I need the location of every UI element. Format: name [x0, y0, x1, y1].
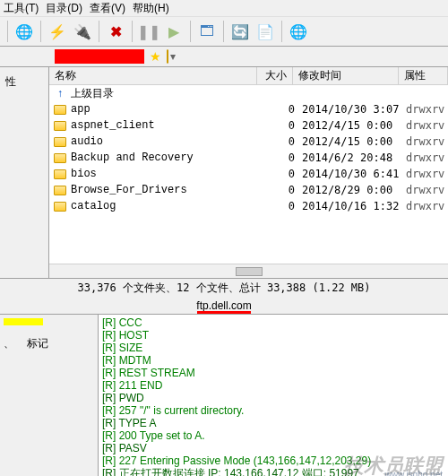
sync-button[interactable]: 🔄 [228, 20, 252, 43]
folder-icon [53, 135, 67, 148]
column-header: 名称 大小 修改时间 属性 [49, 67, 448, 85]
globe-icon: 🌐 [15, 23, 33, 40]
sync-icon: 🔄 [231, 23, 249, 40]
table-row[interactable]: catalog02014/10/16 1:32drwxrv [49, 198, 448, 214]
pause-icon: ❚❚ [137, 23, 160, 40]
refresh-button[interactable]: 🗔 [195, 20, 219, 43]
log-pane[interactable]: [R] CCC[R] HOST[R] SIZE[R] MDTM[R] REST … [99, 315, 448, 476]
file-size: 0 [259, 184, 295, 196]
left-pane: 性 [0, 67, 49, 278]
x-icon: ✖ [110, 23, 122, 40]
file-date: 2014/10/30 3:07 [295, 103, 401, 116]
favorite-icon[interactable]: ★ [150, 49, 161, 64]
log-line: [R] MDTM [102, 354, 444, 367]
file-name: audio [71, 135, 259, 148]
pause-button[interactable]: ❚❚ [137, 20, 160, 43]
file-perm: drwxrv [401, 200, 448, 212]
col-perm[interactable]: 属性 [399, 67, 448, 84]
toolbar-separator [281, 21, 282, 42]
address-highlight [55, 49, 144, 64]
toolbar: 🌐 ⚡ 🔌 ✖ ❚❚ ▶ 🗔 🔄 📄 🌐 [0, 16, 448, 47]
file-name: aspnet_client [71, 119, 259, 132]
lower-left-pane: 、 标记 [0, 315, 99, 476]
menu-help[interactable]: 帮助(H) [133, 1, 169, 16]
globe-refresh-button[interactable]: 🌐 [287, 20, 310, 43]
file-size: 0 [259, 119, 295, 132]
toolbar-separator [99, 21, 99, 42]
plug-icon: 🔌 [73, 23, 91, 40]
file-perm: drwxrv [401, 103, 448, 116]
label-comma: 、 [4, 336, 14, 351]
table-row[interactable]: app02014/10/30 3:07drwxrv [49, 101, 448, 117]
log-line: [R] 257 "/" is current directory. [102, 404, 444, 417]
log-line: [R] CCC [102, 316, 444, 329]
main-area: 性 名称 大小 修改时间 属性 ↑ 上级目录 app02014/10/30 3:… [0, 66, 448, 278]
file-list[interactable]: ↑ 上级目录 app02014/10/30 3:07drwxrvaspnet_c… [49, 85, 448, 264]
doc-button[interactable]: 📄 [254, 20, 277, 43]
file-date: 2012/8/29 0:00 [295, 184, 401, 196]
dropdown-icon[interactable]: ▾ [170, 50, 176, 63]
up-dir-label: 上级目录 [71, 86, 259, 101]
file-date: 2014/6/2 20:48 [295, 151, 401, 164]
menu-bar: 工具(T) 目录(D) 查看(V) 帮助(H) [0, 0, 448, 16]
toolbar-separator [190, 21, 191, 42]
file-size: 0 [259, 151, 295, 164]
col-size[interactable]: 大小 [257, 67, 293, 84]
toolbar-separator [7, 21, 8, 42]
window-icon: 🗔 [200, 23, 214, 39]
log-line: [R] 200 Type set to A. [102, 429, 444, 442]
col-name[interactable]: 名称 [49, 67, 257, 84]
play-button[interactable]: ▶ [162, 20, 185, 43]
file-perm: drwxrv [401, 135, 448, 148]
menu-dir[interactable]: 目录(D) [46, 1, 82, 16]
globe-refresh-icon: 🌐 [289, 23, 307, 40]
doc-icon: 📄 [256, 23, 274, 40]
log-line: [R] HOST [102, 329, 444, 342]
connect-button[interactable]: ⚡ [46, 20, 69, 43]
log-line: [R] TYPE A [102, 417, 444, 429]
log-line: [R] 211 END [102, 379, 444, 392]
disconnect-button[interactable]: 🔌 [71, 20, 94, 43]
file-pane: 名称 大小 修改时间 属性 ↑ 上级目录 app02014/10/30 3:07… [49, 67, 448, 278]
folder-icon [53, 168, 67, 180]
file-perm: drwxrv [401, 184, 448, 196]
folder-open-icon[interactable] [167, 50, 168, 63]
table-row[interactable]: Browse_For_Drivers02012/8/29 0:00drwxrv [49, 182, 448, 198]
toolbar-separator [223, 21, 224, 42]
folder-icon [53, 200, 67, 212]
log-line: [R] PASV [102, 442, 444, 454]
table-row[interactable]: audio02012/4/15 0:00drwxrv [49, 134, 448, 150]
up-dir-row[interactable]: ↑ 上级目录 [49, 85, 448, 101]
table-row[interactable]: aspnet_client02012/4/15 0:00drwxrv [49, 117, 448, 134]
file-name: Browse_For_Drivers [71, 184, 259, 196]
log-line: [R] SIZE [102, 342, 444, 354]
scrollbar-thumb[interactable] [236, 267, 263, 276]
yellow-highlight [4, 318, 43, 325]
status-summary: 33,376 个文件夹、12 个文件、总计 33,388 (1.22 MB) [0, 278, 448, 298]
file-date: 2012/4/15 0:00 [295, 119, 401, 132]
toolbar-separator [40, 21, 41, 42]
lightning-icon: ⚡ [48, 23, 66, 40]
file-name: Backup and Recovery [71, 151, 259, 164]
table-row[interactable]: Backup and Recovery02014/6/2 20:48drwxrv [49, 150, 448, 166]
horizontal-scrollbar[interactable] [49, 264, 448, 278]
folder-icon [53, 103, 67, 116]
file-perm: drwxrv [401, 119, 448, 132]
log-line: [R] REST STREAM [102, 367, 444, 379]
label-mark: 标记 [27, 336, 48, 351]
file-name: app [71, 103, 259, 116]
menu-view[interactable]: 查看(V) [90, 1, 125, 16]
file-perm: drwxrv [401, 168, 448, 180]
address-bar: ★ ▾ [0, 47, 448, 66]
table-row[interactable]: bios02014/10/30 6:41drwxrv [49, 166, 448, 182]
host-label: ftp.dell.com [196, 299, 251, 312]
file-date: 2012/4/15 0:00 [295, 135, 401, 148]
col-modified[interactable]: 修改时间 [293, 67, 399, 84]
file-perm: drwxrv [401, 151, 448, 164]
file-size: 0 [259, 135, 295, 148]
menu-tools[interactable]: 工具(T) [4, 1, 39, 16]
left-properties-label: 性 [5, 75, 16, 88]
folder-icon [53, 184, 67, 196]
globe-button[interactable]: 🌐 [13, 20, 36, 43]
abort-button[interactable]: ✖ [104, 20, 127, 43]
